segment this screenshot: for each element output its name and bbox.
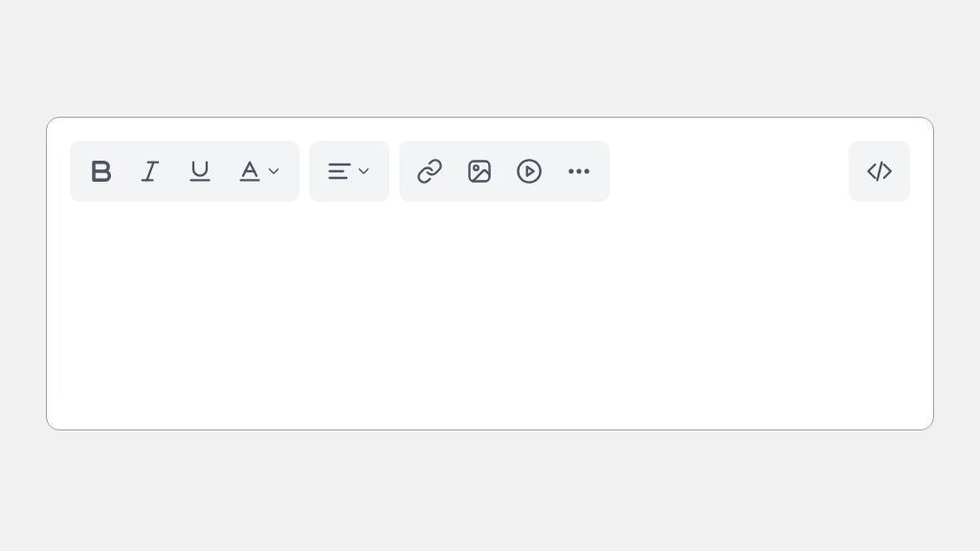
chevron-down-icon xyxy=(265,163,282,180)
image-icon xyxy=(466,158,493,185)
text-color-icon xyxy=(236,158,263,185)
toolbar-group-code xyxy=(849,141,910,202)
italic-icon xyxy=(137,158,164,185)
svg-point-8 xyxy=(474,165,479,170)
italic-button[interactable] xyxy=(125,146,175,196)
svg-marker-10 xyxy=(527,166,534,175)
rich-text-editor xyxy=(46,117,934,430)
link-button[interactable] xyxy=(405,146,455,196)
editor-content-area[interactable] xyxy=(70,202,910,407)
underline-button[interactable] xyxy=(175,146,225,196)
video-button[interactable] xyxy=(504,146,554,196)
bold-button[interactable] xyxy=(76,146,125,196)
toolbar-group-insert xyxy=(399,141,610,202)
toolbar-group-alignment xyxy=(309,141,390,202)
play-circle-icon xyxy=(516,158,543,185)
code-view-button[interactable] xyxy=(855,146,904,196)
align-button[interactable] xyxy=(315,146,384,196)
svg-line-14 xyxy=(878,163,882,181)
more-horizontal-icon xyxy=(566,158,592,185)
image-button[interactable] xyxy=(455,146,504,196)
text-color-button[interactable] xyxy=(225,146,294,196)
bold-icon xyxy=(87,158,114,185)
svg-point-12 xyxy=(576,168,581,173)
link-icon xyxy=(416,158,443,185)
code-icon xyxy=(866,158,893,185)
svg-line-2 xyxy=(147,163,154,181)
toolbar-group-text-style xyxy=(70,141,300,202)
svg-point-11 xyxy=(568,168,573,173)
svg-point-13 xyxy=(585,168,590,173)
editor-toolbar xyxy=(70,141,910,202)
more-button[interactable] xyxy=(554,146,604,196)
align-left-icon xyxy=(326,158,353,185)
chevron-down-icon xyxy=(355,163,372,180)
underline-icon xyxy=(187,158,213,185)
svg-point-9 xyxy=(518,160,540,182)
